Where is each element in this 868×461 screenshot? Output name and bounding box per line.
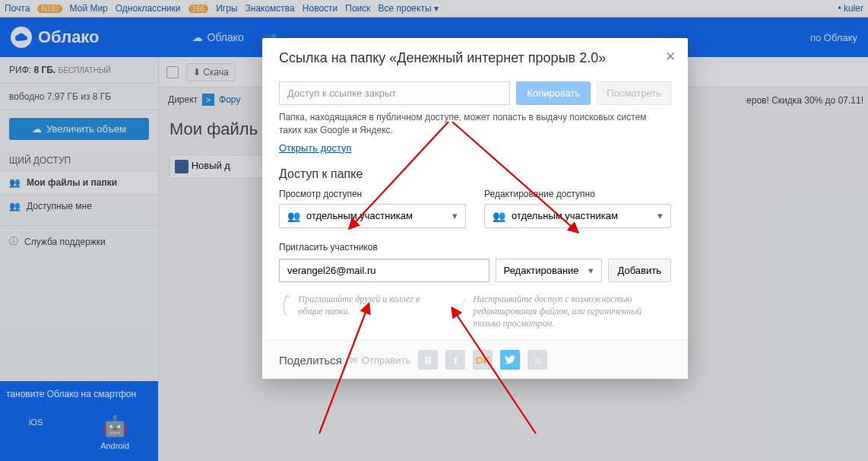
envelope-icon: ✉	[350, 354, 358, 366]
invite-permission-select[interactable]: Редактирование ▾	[496, 259, 602, 282]
view-button[interactable]: Посмотреть	[597, 81, 671, 105]
view-permission-select[interactable]: 👥 отдельным участникам ▾	[279, 204, 466, 228]
social-moymir[interactable]: ☺	[527, 350, 547, 370]
modal-header: Ссылка на папку «Денежный интернет проры…	[262, 38, 688, 74]
hint-row: Приглашайте друзей и коллег в общие папк…	[279, 293, 671, 330]
hint-text-left: Приглашайте друзей и коллег в общие папк…	[299, 293, 442, 330]
social-ok[interactable]: OK	[473, 350, 493, 370]
chevron-down-icon: ▾	[452, 210, 458, 221]
people-icon: 👥	[287, 210, 300, 222]
close-icon[interactable]: ✕	[664, 49, 677, 62]
view-permission-label: Просмотр доступен	[279, 189, 466, 199]
curved-arrow-icon	[279, 293, 294, 317]
people-icon: 👥	[493, 210, 505, 222]
share-modal: Ссылка на папку «Денежный интернет проры…	[262, 38, 688, 379]
hint-text-right: Настраивайте доступ с возможностью редак…	[473, 293, 671, 330]
social-vk[interactable]: B	[418, 350, 438, 370]
copy-button[interactable]: Копировать	[516, 81, 591, 105]
social-twitter[interactable]	[500, 350, 520, 370]
edit-permission-select[interactable]: 👥 отдельным участникам ▾	[484, 204, 671, 228]
social-fb[interactable]: f	[445, 350, 465, 370]
open-access-link[interactable]: Открыть доступ	[279, 142, 352, 154]
modal-body: Копировать Посмотреть Папка, находящаяся…	[262, 81, 688, 340]
share-link-input[interactable]	[279, 81, 510, 105]
permission-columns: Просмотр доступен 👥 отдельным участникам…	[279, 189, 671, 228]
add-button[interactable]: Добавить	[608, 259, 671, 282]
edit-permission-label: Редактирование доступно	[484, 189, 671, 199]
invite-label: Пригласить участников	[279, 242, 671, 253]
access-heading: Доступ к папке	[279, 167, 671, 181]
share-label: Поделиться	[279, 354, 342, 367]
chevron-down-icon: ▾	[588, 265, 594, 276]
invite-row: Редактирование ▾ Добавить	[279, 259, 671, 282]
curved-arrow-icon	[460, 293, 469, 317]
chevron-down-icon: ▾	[657, 210, 663, 221]
invite-email-input[interactable]	[279, 259, 489, 282]
modal-title: Ссылка на папку «Денежный интернет проры…	[279, 50, 671, 66]
link-row: Копировать Посмотреть	[279, 81, 671, 105]
modal-footer: Поделиться ✉ Отправить B f OK ☺	[262, 340, 688, 379]
share-send-button[interactable]: ✉ Отправить	[350, 354, 410, 366]
public-note: Папка, находящаяся в публичном доступе, …	[279, 111, 671, 138]
